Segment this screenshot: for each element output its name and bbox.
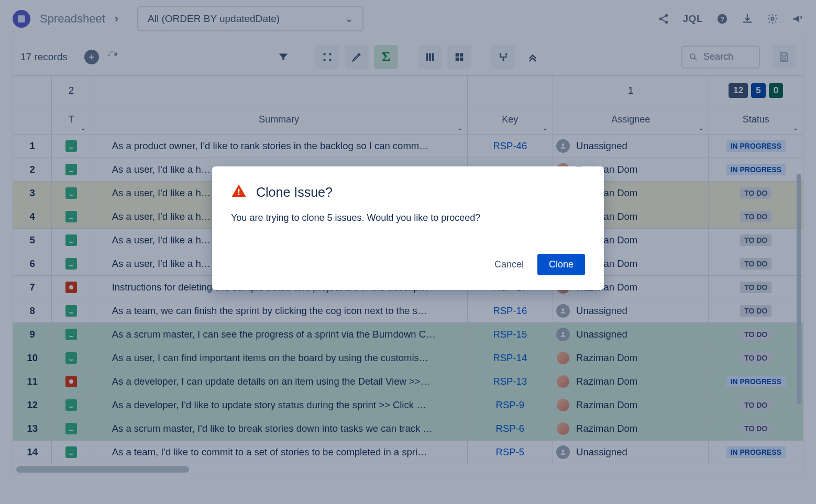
modal-title: Clone Issue? <box>256 185 333 200</box>
cancel-button[interactable]: Cancel <box>494 259 524 270</box>
warning-icon <box>231 183 247 201</box>
modal-body: You are trying to clone 5 issues. Would … <box>231 212 585 223</box>
modal-backdrop[interactable]: Clone Issue? You are trying to clone 5 i… <box>0 0 816 504</box>
clone-dialog: Clone Issue? You are trying to clone 5 i… <box>212 166 604 290</box>
clone-button[interactable]: Clone <box>537 254 585 275</box>
